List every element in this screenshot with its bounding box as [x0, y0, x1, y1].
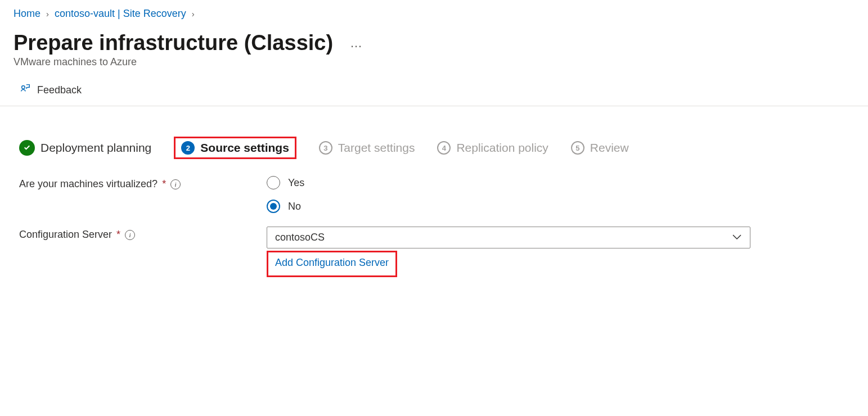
configuration-server-dropdown[interactable]: contosoCS	[267, 227, 750, 248]
svg-point-0	[22, 86, 25, 89]
virtualized-radio-group: Yes No	[267, 176, 304, 213]
chevron-down-icon	[732, 232, 742, 243]
step-label: Review	[590, 141, 629, 155]
page-subtitle: VMware machines to Azure	[0, 56, 868, 77]
radio-yes[interactable]: Yes	[267, 176, 304, 189]
feedback-label: Feedback	[37, 84, 82, 96]
step-number-icon: 5	[571, 141, 584, 155]
info-icon[interactable]: i	[125, 230, 135, 240]
step-number-icon: 4	[437, 141, 451, 155]
highlight-source-settings: 2 Source settings	[174, 137, 296, 159]
field-label: Are your machines virtualized? * i	[19, 176, 267, 190]
step-source-settings[interactable]: 2 Source settings	[181, 141, 289, 155]
field-label: Configuration Server * i	[19, 227, 267, 241]
radio-icon	[267, 176, 280, 189]
add-configuration-server-link[interactable]: Add Configuration Server	[275, 257, 389, 268]
step-deployment-planning[interactable]: Deployment planning	[19, 140, 151, 156]
info-icon[interactable]: i	[170, 179, 181, 189]
breadcrumb-vault[interactable]: contoso-vault | Site Recovery	[55, 8, 186, 20]
virtualized-label-text: Are your machines virtualized?	[19, 178, 158, 190]
step-target-settings[interactable]: 3 Target settings	[319, 141, 415, 155]
radio-label: Yes	[288, 177, 304, 189]
radio-icon	[267, 200, 280, 213]
page-header: Prepare infrastructure (Classic) …	[0, 23, 868, 56]
step-label: Target settings	[338, 141, 415, 155]
breadcrumb-home[interactable]: Home	[14, 8, 41, 20]
step-label: Source settings	[200, 141, 289, 155]
more-actions-button[interactable]: …	[350, 36, 363, 51]
wizard-steps: Deployment planning 2 Source settings 3 …	[0, 106, 868, 176]
step-label: Replication policy	[456, 141, 548, 155]
config-server-controls: contosoCS Add Configuration Server	[267, 227, 750, 277]
required-indicator: *	[116, 229, 120, 241]
chevron-right-icon: ›	[46, 9, 49, 19]
dropdown-value: contosoCS	[275, 232, 325, 243]
radio-no[interactable]: No	[267, 200, 304, 213]
chevron-right-icon: ›	[192, 9, 195, 19]
radio-label: No	[288, 201, 301, 212]
feedback-icon	[19, 83, 32, 98]
feedback-button[interactable]: Feedback	[19, 83, 82, 98]
field-virtualized: Are your machines virtualized? * i Yes N…	[19, 176, 849, 213]
toolbar: Feedback	[0, 77, 868, 106]
step-replication-policy[interactable]: 4 Replication policy	[437, 141, 548, 155]
step-number-icon: 2	[181, 141, 195, 155]
check-icon	[19, 140, 35, 156]
source-settings-form: Are your machines virtualized? * i Yes N…	[0, 176, 868, 277]
highlight-add-config-server: Add Configuration Server	[267, 251, 397, 277]
breadcrumb: Home › contoso-vault | Site Recovery ›	[0, 0, 868, 23]
config-server-label-text: Configuration Server	[19, 229, 112, 241]
field-configuration-server: Configuration Server * i contosoCS Add C…	[19, 227, 849, 277]
step-label: Deployment planning	[41, 141, 151, 155]
page-title: Prepare infrastructure (Classic)	[14, 31, 333, 55]
step-review[interactable]: 5 Review	[571, 141, 629, 155]
step-number-icon: 3	[319, 141, 332, 155]
required-indicator: *	[162, 178, 166, 190]
